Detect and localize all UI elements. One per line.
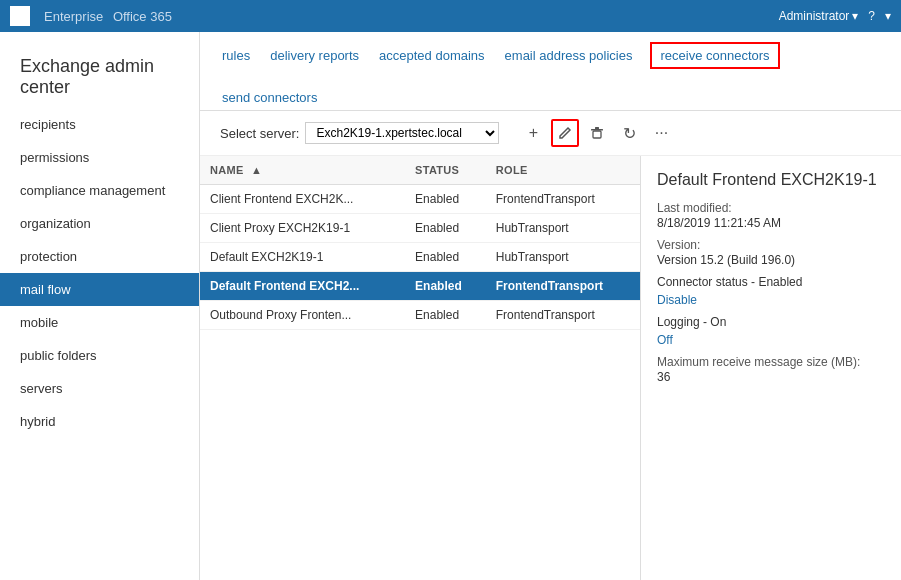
sidebar: Exchange admin center recipients permiss…	[0, 32, 200, 580]
admin-menu[interactable]: Administrator ▾	[779, 9, 859, 23]
detail-version: Version: Version 15.2 (Build 196.0)	[657, 238, 885, 267]
more-button[interactable]: ···	[647, 119, 675, 147]
detail-title: Default Frontend EXCH2K19-1	[657, 170, 885, 191]
page-title: Exchange admin center	[20, 56, 179, 98]
admin-chevron-icon: ▾	[852, 9, 858, 23]
svg-rect-4	[593, 131, 601, 138]
svg-rect-5	[591, 129, 603, 131]
main-layout: Exchange admin center recipients permiss…	[0, 32, 901, 580]
table-header: NAME ▲ STATUS ROLE	[200, 156, 640, 185]
sidebar-item-mobile[interactable]: mobile	[0, 306, 199, 339]
table-area: NAME ▲ STATUS ROLE Client Frontend EXCH2…	[200, 156, 641, 580]
subnav-send-connectors[interactable]: send connectors	[220, 84, 319, 111]
windows-logo-icon	[10, 6, 30, 26]
cell-name: Client Proxy EXCH2K19-1	[200, 214, 405, 243]
sidebar-item-mail-flow[interactable]: mail flow	[0, 273, 199, 306]
cell-role: HubTransport	[486, 214, 640, 243]
version-value: Version 15.2 (Build 196.0)	[657, 253, 885, 267]
disable-link[interactable]: Disable	[657, 293, 697, 307]
sidebar-item-recipients[interactable]: recipients	[0, 108, 199, 141]
logging-label: Logging - On	[657, 315, 885, 329]
detail-connector-status: Connector status - Enabled Disable	[657, 275, 885, 307]
cell-name: Default Frontend EXCH2...	[200, 272, 405, 301]
table-row-selected[interactable]: Default Frontend EXCH2... Enabled Fronte…	[200, 272, 640, 301]
last-modified-label: Last modified:	[657, 201, 885, 215]
max-size-value: 36	[657, 370, 885, 384]
top-bar: Enterprise Office 365 Administrator ▾ ? …	[0, 0, 901, 32]
sidebar-item-compliance-management[interactable]: compliance management	[0, 174, 199, 207]
cell-status: Enabled	[405, 272, 486, 301]
edit-button[interactable]	[551, 119, 579, 147]
sidebar-item-public-folders[interactable]: public folders	[0, 339, 199, 372]
table-row[interactable]: Default EXCH2K19-1 Enabled HubTransport	[200, 243, 640, 272]
sidebar-item-servers[interactable]: servers	[0, 372, 199, 405]
help-button[interactable]: ?	[868, 9, 875, 23]
server-label: Select server:	[220, 126, 299, 141]
cell-name: Outbound Proxy Fronten...	[200, 301, 405, 330]
add-button[interactable]: +	[519, 119, 547, 147]
cell-role: FrontendTransport	[486, 301, 640, 330]
cell-status: Enabled	[405, 214, 486, 243]
connector-status-text: Connector status - Enabled	[657, 275, 885, 289]
sub-navigation: rules delivery reports accepted domains …	[200, 32, 901, 111]
sort-arrow-icon: ▲	[251, 164, 262, 176]
col-role: ROLE	[486, 156, 640, 185]
sidebar-item-protection[interactable]: protection	[0, 240, 199, 273]
split-pane: NAME ▲ STATUS ROLE Client Frontend EXCH2…	[200, 156, 901, 580]
content-area: rules delivery reports accepted domains …	[200, 32, 901, 580]
app-title: Enterprise Office 365	[38, 9, 172, 24]
col-name: NAME ▲	[200, 156, 405, 185]
col-status: STATUS	[405, 156, 486, 185]
max-size-label: Maximum receive message size (MB):	[657, 355, 885, 369]
cell-status: Enabled	[405, 301, 486, 330]
cell-status: Enabled	[405, 243, 486, 272]
cell-role: HubTransport	[486, 243, 640, 272]
off-link[interactable]: Off	[657, 333, 673, 347]
subnav-receive-connectors[interactable]: receive connectors	[650, 42, 779, 69]
cell-status: Enabled	[405, 185, 486, 214]
table-row[interactable]: Outbound Proxy Fronten... Enabled Fronte…	[200, 301, 640, 330]
help-chevron-icon: ▾	[885, 9, 891, 23]
detail-max-size: Maximum receive message size (MB): 36	[657, 355, 885, 384]
top-bar-left: Enterprise Office 365	[10, 6, 172, 26]
cell-name: Default EXCH2K19-1	[200, 243, 405, 272]
subnav-rules[interactable]: rules	[220, 42, 252, 69]
server-dropdown[interactable]: Exch2K19-1.xpertstec.local	[305, 122, 499, 144]
detail-pane: Default Frontend EXCH2K19-1 Last modifie…	[641, 156, 901, 580]
cell-role: FrontendTransport	[486, 272, 640, 301]
sidebar-item-hybrid[interactable]: hybrid	[0, 405, 199, 438]
table-row[interactable]: Client Proxy EXCH2K19-1 Enabled HubTrans…	[200, 214, 640, 243]
enterprise-label: Enterprise	[44, 9, 103, 24]
sidebar-item-organization[interactable]: organization	[0, 207, 199, 240]
delete-button[interactable]	[583, 119, 611, 147]
office365-label: Office 365	[113, 9, 172, 24]
server-selector: Select server: Exch2K19-1.xpertstec.loca…	[220, 122, 499, 144]
svg-rect-0	[12, 8, 19, 15]
cell-role: FrontendTransport	[486, 185, 640, 214]
sidebar-item-permissions[interactable]: permissions	[0, 141, 199, 174]
subnav-email-address-policies[interactable]: email address policies	[503, 42, 635, 69]
svg-rect-2	[12, 17, 19, 24]
last-modified-value: 8/18/2019 11:21:45 AM	[657, 216, 885, 230]
svg-rect-3	[21, 17, 28, 24]
table-body: Client Frontend EXCH2K... Enabled Fronte…	[200, 185, 640, 330]
subnav-delivery-reports[interactable]: delivery reports	[268, 42, 361, 69]
refresh-button[interactable]: ↻	[615, 119, 643, 147]
detail-logging: Logging - On Off	[657, 315, 885, 347]
cell-name: Client Frontend EXCH2K...	[200, 185, 405, 214]
page-title-sidebar: Exchange admin center	[0, 42, 199, 108]
toolbar: Select server: Exch2K19-1.xpertstec.loca…	[200, 111, 901, 156]
table-row[interactable]: Client Frontend EXCH2K... Enabled Fronte…	[200, 185, 640, 214]
subnav-accepted-domains[interactable]: accepted domains	[377, 42, 487, 69]
svg-rect-6	[595, 127, 599, 129]
admin-label: Administrator	[779, 9, 850, 23]
connectors-table: NAME ▲ STATUS ROLE Client Frontend EXCH2…	[200, 156, 640, 330]
svg-rect-1	[21, 8, 28, 15]
detail-last-modified: Last modified: 8/18/2019 11:21:45 AM	[657, 201, 885, 230]
top-bar-right: Administrator ▾ ? ▾	[779, 9, 891, 23]
version-label: Version:	[657, 238, 885, 252]
